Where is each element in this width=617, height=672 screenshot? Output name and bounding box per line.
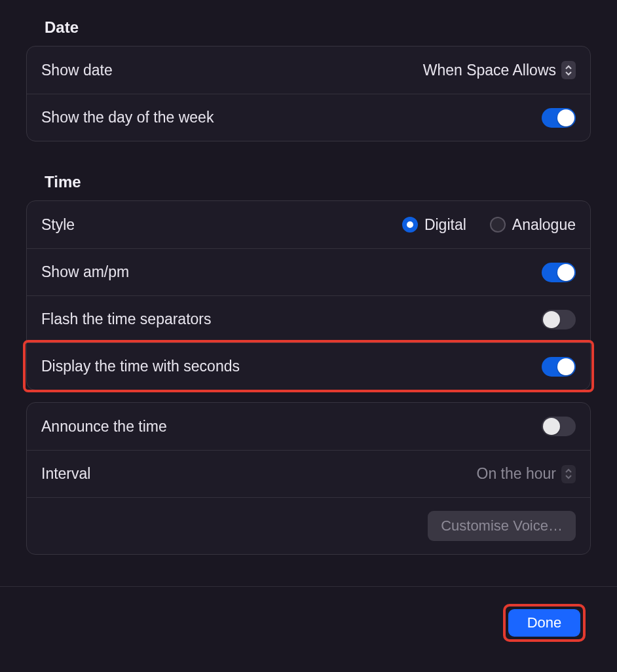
interval-value: On the hour <box>477 465 556 483</box>
show-day-toggle[interactable] <box>542 108 576 128</box>
footer: Done <box>0 587 617 660</box>
display-seconds-row: Display the time with seconds <box>27 343 590 390</box>
show-date-select[interactable]: When Space Allows <box>423 61 576 79</box>
display-seconds-toggle[interactable] <box>542 357 576 377</box>
show-date-label: Show date <box>41 62 113 79</box>
interval-row: Interval On the hour <box>27 450 590 497</box>
radio-icon <box>402 217 418 233</box>
style-radio-group: Digital Analogue <box>402 216 576 234</box>
highlight-box-icon: Done <box>503 604 586 642</box>
radio-icon <box>490 217 506 233</box>
show-ampm-toggle[interactable] <box>542 263 576 282</box>
show-day-label: Show the day of the week <box>41 109 214 126</box>
interval-select: On the hour <box>477 465 576 483</box>
show-ampm-row: Show am/pm <box>27 248 590 295</box>
updown-icon <box>561 61 576 79</box>
style-radio-digital[interactable]: Digital <box>402 216 466 234</box>
announce-time-label: Announce the time <box>41 418 167 436</box>
date-section-title: Date <box>45 18 591 37</box>
style-radio-analogue[interactable]: Analogue <box>490 216 576 234</box>
flash-separators-label: Flash the time separators <box>41 310 212 328</box>
time-section-title: Time <box>45 173 591 191</box>
announce-time-toggle[interactable] <box>542 417 576 436</box>
style-analogue-label: Analogue <box>512 216 576 234</box>
style-digital-label: Digital <box>424 216 466 234</box>
interval-label: Interval <box>41 465 90 483</box>
flash-separators-toggle[interactable] <box>542 310 576 329</box>
announce-group: Announce the time Interval On the hour C… <box>26 402 591 555</box>
done-button[interactable]: Done <box>508 609 580 637</box>
time-group: Style Digital Analogue Show am/pm Flash … <box>26 200 591 390</box>
show-day-row: Show the day of the week <box>27 94 590 141</box>
display-seconds-label: Display the time with seconds <box>41 358 240 375</box>
announce-time-row: Announce the time <box>27 403 590 450</box>
flash-separators-row: Flash the time separators <box>27 295 590 343</box>
clock-settings-panel: Date Show date When Space Allows Show th… <box>0 0 617 555</box>
show-date-value: When Space Allows <box>423 62 556 79</box>
style-row: Style Digital Analogue <box>27 201 590 248</box>
updown-icon <box>561 465 576 483</box>
date-group: Show date When Space Allows Show the day… <box>26 46 591 141</box>
style-label: Style <box>41 216 75 234</box>
customise-voice-row: Customise Voice… <box>27 497 590 554</box>
show-ampm-label: Show am/pm <box>41 263 129 281</box>
show-date-row: Show date When Space Allows <box>27 47 590 94</box>
customise-voice-button: Customise Voice… <box>428 511 576 541</box>
